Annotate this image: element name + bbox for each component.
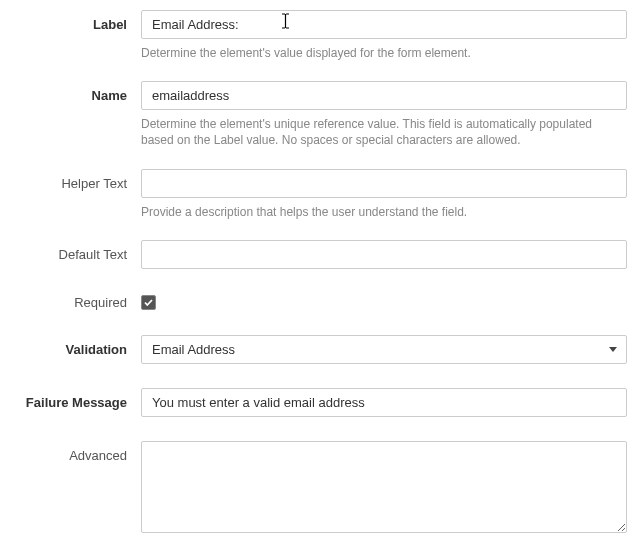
default-text-input[interactable] xyxy=(141,240,627,269)
helper-text-label: Helper Text xyxy=(8,169,141,191)
helper-text-help: Provide a description that helps the use… xyxy=(141,204,627,220)
validation-select[interactable]: Email Address xyxy=(141,335,627,364)
advanced-textarea[interactable] xyxy=(141,441,627,533)
label-input[interactable] xyxy=(141,10,627,39)
default-text-label: Default Text xyxy=(8,240,141,262)
name-help: Determine the element's unique reference… xyxy=(141,116,627,148)
required-label: Required xyxy=(8,293,141,310)
name-label: Name xyxy=(8,81,141,103)
advanced-label: Advanced xyxy=(8,441,141,463)
failure-message-label: Failure Message xyxy=(8,388,141,410)
helper-text-input[interactable] xyxy=(141,169,627,198)
required-checkbox[interactable] xyxy=(141,295,156,310)
label-label: Label xyxy=(8,10,141,32)
label-help: Determine the element's value displayed … xyxy=(141,45,627,61)
name-input[interactable] xyxy=(141,81,627,110)
check-icon xyxy=(143,297,154,308)
validation-label: Validation xyxy=(8,335,141,357)
failure-message-input[interactable] xyxy=(141,388,627,417)
